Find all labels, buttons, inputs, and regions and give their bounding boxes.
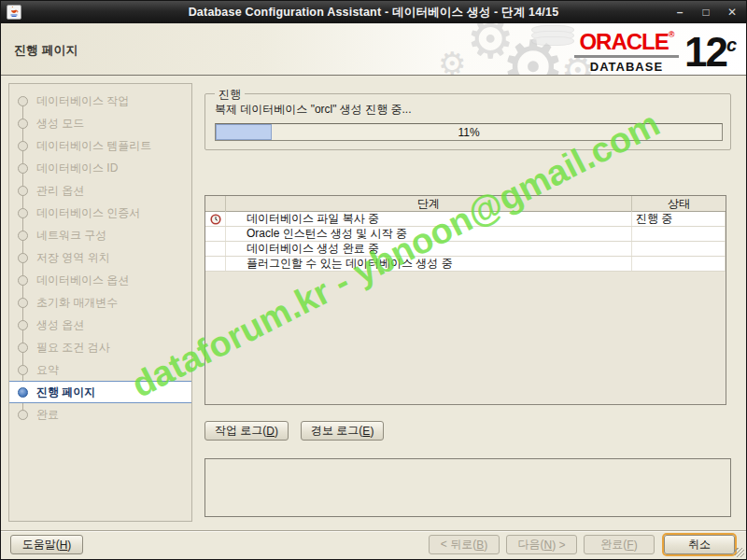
sidebar-item-step[interactable]: 생성 옵션	[9, 314, 191, 336]
row-icon-cell	[205, 242, 226, 256]
step-node-icon	[18, 410, 28, 420]
back-button[interactable]: < 뒤로(B)	[429, 535, 500, 554]
sidebar-item-step[interactable]: 데이터베이스 ID	[9, 157, 191, 179]
row-icon-cell	[205, 257, 226, 271]
sidebar-item-label: 데이터베이스 옵션	[36, 273, 129, 288]
status-column-header: 상태	[632, 196, 726, 212]
window-title: Database Configuration Assistant - 데이터베이…	[1, 5, 746, 21]
progress-groupbox: 진행 복제 데이터베이스 "orcl" 생성 진행 중... 11%	[204, 93, 731, 150]
table-row[interactable]: 데이터베이스 생성 완료 중	[205, 242, 726, 257]
status-cell: 진행 중	[632, 212, 726, 226]
sidebar-item-step[interactable]: 저장 영역 위치	[9, 246, 191, 269]
resize-grip[interactable]	[735, 548, 744, 557]
table-row[interactable]: 데이터베이스 파일 복사 중진행 중	[205, 212, 726, 227]
in-progress-clock-icon	[205, 212, 226, 226]
sidebar-item-label: 데이터베이스 템플리트	[36, 138, 151, 154]
sidebar-item-label: 관리 옵션	[36, 183, 84, 199]
sidebar-item-step[interactable]: 완료	[9, 403, 191, 426]
sidebar-item-step[interactable]: 생성 모드	[9, 112, 191, 134]
sidebar-item-label: 초기화 매개변수	[36, 295, 118, 311]
step-node-icon	[18, 275, 28, 286]
progress-bar: 11%	[215, 123, 723, 141]
step-node-icon	[18, 253, 28, 263]
minimize-icon[interactable]: –	[673, 6, 686, 19]
groupbox-title: 진행	[215, 87, 245, 103]
alert-log-button[interactable]: 경보 로그(E)	[301, 421, 384, 441]
progress-message: 복제 데이터베이스 "orcl" 생성 진행 중...	[215, 102, 412, 118]
sidebar-item-label: 데이터베이스 인증서	[36, 205, 140, 221]
dbca-window: Database Configuration Assistant - 데이터베이…	[0, 0, 747, 560]
sidebar-item-current[interactable]: 진행 페이지	[9, 381, 191, 403]
database-cylinder-icon	[531, 25, 574, 57]
log-buttons-row: 작업 로그(D) 경보 로그(E)	[204, 421, 384, 441]
sidebar-item-label: 생성 모드	[36, 116, 84, 132]
step-node-icon	[18, 186, 28, 196]
sidebar-item-step[interactable]: 관리 옵션	[9, 179, 191, 202]
table-row[interactable]: Oracle 인스턴스 생성 및 시작 중	[205, 227, 726, 242]
next-button[interactable]: 다음(N) >	[506, 535, 577, 554]
page-title: 진행 페이지	[14, 42, 78, 59]
step-node-icon	[18, 141, 28, 151]
sidebar-item-step[interactable]: 네트워크 구성	[9, 224, 191, 246]
status-cell	[632, 227, 726, 241]
table-row[interactable]: 플러그인할 수 있는 데이터베이스 생성 중	[205, 257, 726, 272]
step-node-icon	[18, 298, 28, 308]
help-button[interactable]: 도움말(H)	[10, 535, 83, 554]
step-cell: 플러그인할 수 있는 데이터베이스 생성 중	[226, 257, 632, 271]
sidebar-item-step[interactable]: 데이터베이스 인증서	[9, 202, 191, 224]
header-banner: ⚙ ⚙ ⚙ ⚙ 진행 페이지 ORACLE® DATABASE 12c	[1, 23, 746, 76]
activity-log-button[interactable]: 작업 로그(D)	[204, 421, 289, 441]
title-bar: Database Configuration Assistant - 데이터베이…	[1, 1, 746, 23]
step-column-header: 단계	[226, 196, 632, 212]
steps-table-header: 단계 상태	[205, 196, 726, 212]
sidebar-item-label: 저장 영역 위치	[36, 250, 110, 266]
status-cell	[632, 242, 726, 256]
progress-percent: 11%	[216, 126, 722, 139]
step-node-icon	[18, 208, 28, 218]
close-icon[interactable]: ✕	[726, 6, 739, 19]
step-node-icon	[18, 231, 28, 241]
sidebar-item-step[interactable]: 초기화 매개변수	[9, 291, 191, 314]
status-cell	[632, 257, 726, 271]
sidebar-step-list: 데이터베이스 작업생성 모드데이터베이스 템플리트데이터베이스 ID관리 옵션데…	[9, 90, 191, 426]
sidebar-item-step[interactable]: 데이터베이스 템플리트	[9, 134, 191, 157]
sidebar-item-label: 네트워크 구성	[36, 228, 106, 244]
java-coffee-icon	[7, 5, 21, 20]
footer-button-bar: 도움말(H) < 뒤로(B) 다음(N) > 완료(F) 취소	[1, 532, 746, 560]
details-message-box	[204, 458, 731, 517]
sidebar-item-label: 필요 조건 검사	[36, 340, 110, 356]
version-12c: 12c	[684, 34, 737, 71]
steps-table: 단계 상태 데이터베이스 파일 복사 중진행 중Oracle 인스턴스 생성 및…	[204, 195, 726, 405]
step-node-icon	[18, 365, 28, 375]
finish-button[interactable]: 완료(F)	[584, 535, 655, 554]
sidebar-item-label: 데이터베이스 작업	[36, 93, 129, 109]
oracle-database-12c-logo: ORACLE® DATABASE 12c	[574, 31, 737, 74]
sidebar-item-label: 요약	[36, 362, 59, 378]
sidebar-item-label: 진행 페이지	[36, 385, 95, 400]
maximize-icon[interactable]: □	[699, 6, 712, 19]
logo-divider	[574, 55, 679, 58]
sidebar-item-label: 생성 옵션	[36, 317, 84, 333]
step-node-icon	[18, 320, 28, 330]
sidebar-item-label: 데이터베이스 ID	[36, 161, 118, 176]
wizard-steps-sidebar: 데이터베이스 작업생성 모드데이터베이스 템플리트데이터베이스 ID관리 옵션데…	[8, 83, 192, 522]
step-cell: 데이터베이스 파일 복사 중	[226, 212, 632, 226]
step-node-icon	[18, 163, 28, 174]
step-node-icon	[18, 343, 28, 353]
gear-icon: ⚙	[438, 48, 466, 76]
sidebar-item-label: 완료	[36, 407, 59, 423]
sidebar-item-step[interactable]: 데이터베이스 작업	[9, 90, 191, 112]
row-icon-cell	[205, 227, 226, 241]
cancel-button[interactable]: 취소	[664, 535, 735, 554]
sidebar-item-step[interactable]: 필요 조건 검사	[9, 336, 191, 358]
sidebar-item-step[interactable]: 데이터베이스 옵션	[9, 269, 191, 291]
step-node-icon	[18, 119, 28, 129]
database-wordmark: DATABASE	[590, 60, 663, 74]
step-cell: 데이터베이스 생성 완료 중	[226, 242, 632, 256]
step-node-icon	[18, 96, 28, 106]
steps-table-body: 데이터베이스 파일 복사 중진행 중Oracle 인스턴스 생성 및 시작 중데…	[205, 212, 726, 272]
step-node-icon	[18, 387, 28, 398]
oracle-wordmark: ORACLE®	[579, 31, 673, 53]
sidebar-item-step[interactable]: 요약	[9, 358, 191, 381]
step-cell: Oracle 인스턴스 생성 및 시작 중	[226, 227, 632, 241]
